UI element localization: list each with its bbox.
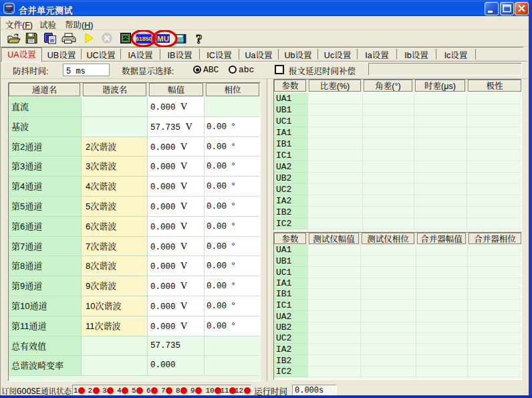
svg-text:MU: MU (157, 35, 169, 43)
svg-text:?: ? (196, 32, 203, 46)
svg-text:W: W (49, 37, 55, 43)
svg-text:61850: 61850 (136, 35, 152, 42)
